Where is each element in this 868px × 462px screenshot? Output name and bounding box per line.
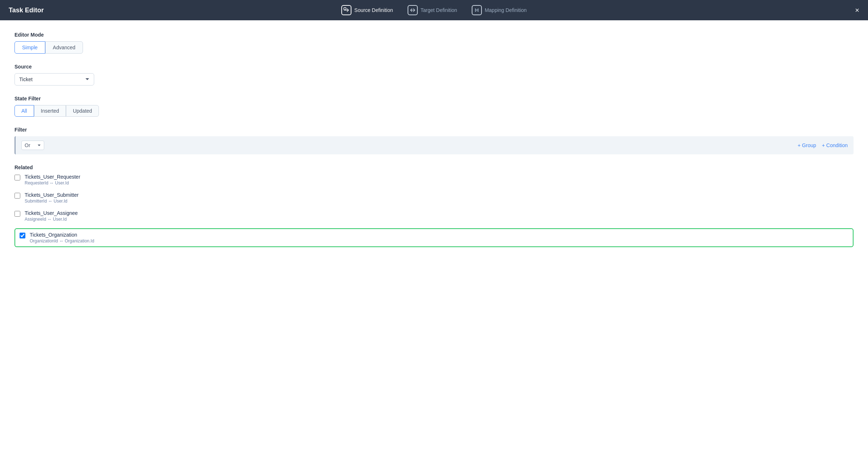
source-section: Source Ticket User Organization (14, 64, 854, 86)
tab-target-definition[interactable]: Target Definition (402, 2, 463, 18)
tab-target-definition-label: Target Definition (421, 7, 457, 13)
tab-mapping-definition[interactable]: Mapping Definition (466, 2, 533, 18)
related-label: Related (14, 165, 854, 170)
tab-source-definition[interactable]: Source Definition (335, 2, 399, 18)
source-definition-icon (341, 5, 351, 15)
related-item-organization: Tickets_Organization OrganizationId ↔ Or… (20, 232, 848, 244)
header-tabs: Source Definition Target Definition Mapp… (335, 2, 533, 18)
filter-logic-select[interactable]: Or And (21, 141, 44, 150)
close-button[interactable]: × (855, 6, 859, 14)
advanced-mode-button[interactable]: Advanced (45, 41, 83, 54)
add-condition-button[interactable]: + Condition (822, 142, 848, 148)
state-filter-section: State Filter All Inserted Updated (14, 96, 854, 117)
related-content-submitter: Tickets_User_Submitter SubmitterId ↔ Use… (25, 192, 79, 204)
state-filter-label: State Filter (14, 96, 854, 101)
main-content: Editor Mode Simple Advanced Source Ticke… (0, 20, 868, 462)
related-checkbox-organization[interactable] (20, 233, 25, 238)
related-item-organization-selected: Tickets_Organization OrganizationId ↔ Or… (14, 228, 854, 247)
related-relation-requester: RequesterId ↔ User.Id (25, 180, 80, 186)
filter-bar: Or And + Group + Condition (14, 136, 854, 154)
related-content-organization: Tickets_Organization OrganizationId ↔ Or… (30, 232, 94, 244)
editor-mode-label: Editor Mode (14, 32, 854, 38)
svg-rect-0 (344, 8, 346, 10)
editor-mode-group: Simple Advanced (14, 41, 854, 54)
related-checkbox-assignee[interactable] (14, 211, 20, 217)
filter-label: Filter (14, 127, 854, 133)
related-relation-assignee: AssigneeId ↔ User.Id (25, 217, 78, 222)
related-item-assignee: Tickets_User_Assignee AssigneeId ↔ User.… (14, 210, 854, 222)
tab-source-definition-label: Source Definition (354, 7, 393, 13)
related-name-submitter: Tickets_User_Submitter (25, 192, 79, 198)
target-definition-icon (408, 5, 418, 15)
related-item-requester: Tickets_User_Requester RequesterId ↔ Use… (14, 174, 854, 186)
tab-mapping-definition-label: Mapping Definition (485, 7, 527, 13)
related-checkbox-submitter[interactable] (14, 193, 20, 199)
source-label: Source (14, 64, 854, 70)
app-title: Task Editor (9, 7, 44, 14)
related-content-requester: Tickets_User_Requester RequesterId ↔ Use… (25, 174, 80, 186)
source-select[interactable]: Ticket User Organization (14, 73, 94, 86)
add-group-button[interactable]: + Group (798, 142, 816, 148)
simple-mode-button[interactable]: Simple (14, 41, 45, 54)
editor-mode-section: Editor Mode Simple Advanced (14, 32, 854, 54)
filter-actions: + Group + Condition (798, 142, 848, 148)
related-name-requester: Tickets_User_Requester (25, 174, 80, 180)
related-section: Related Tickets_User_Requester Requester… (14, 165, 854, 247)
related-relation-organization: OrganizationId ↔ Organization.Id (30, 238, 94, 244)
related-content-assignee: Tickets_User_Assignee AssigneeId ↔ User.… (25, 210, 78, 222)
state-all-button[interactable]: All (14, 105, 34, 117)
state-updated-button[interactable]: Updated (66, 105, 99, 117)
related-item-submitter: Tickets_User_Submitter SubmitterId ↔ Use… (14, 192, 854, 204)
state-inserted-button[interactable]: Inserted (34, 105, 66, 117)
filter-section: Filter Or And + Group + Condition (14, 127, 854, 154)
state-filter-group: All Inserted Updated (14, 105, 854, 117)
app-header: Task Editor Source Definition Target Def… (0, 0, 868, 20)
related-relation-submitter: SubmitterId ↔ User.Id (25, 199, 79, 204)
related-name-assignee: Tickets_User_Assignee (25, 210, 78, 216)
related-checkbox-requester[interactable] (14, 175, 20, 180)
mapping-definition-icon (472, 5, 482, 15)
related-name-organization: Tickets_Organization (30, 232, 94, 238)
